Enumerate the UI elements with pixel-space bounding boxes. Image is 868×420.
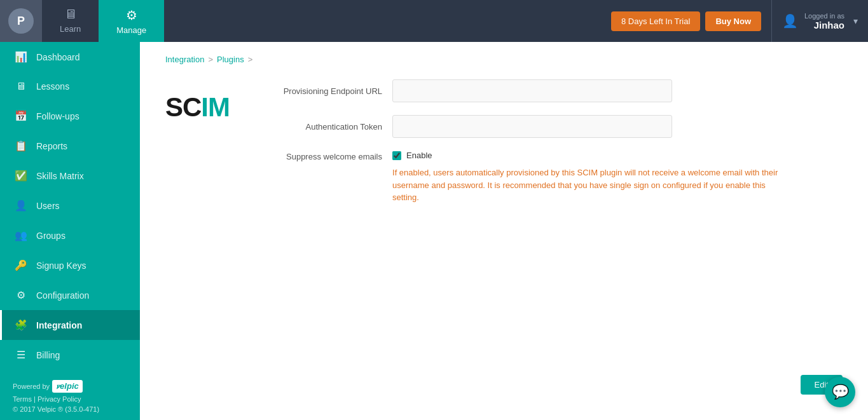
breadcrumb-sep-1: >: [208, 55, 213, 64]
top-nav-items: 🖥 Learn ⚙ Manage: [42, 0, 164, 42]
nav-learn[interactable]: 🖥 Learn: [42, 0, 99, 42]
breadcrumb-sep-2: >: [248, 55, 253, 64]
breadcrumb-integration[interactable]: Integration: [165, 55, 204, 64]
form-row-suppress-emails: Suppress welcome emails Enable If enable…: [268, 151, 843, 204]
breadcrumb: Integration > Plugins >: [165, 55, 843, 64]
sidebar: 📊 Dashboard 🖥 Lessons 📅 Follow-ups 📋 Rep…: [0, 42, 140, 420]
scim-form: Provisioning Endpoint URL Authentication…: [268, 79, 843, 214]
copyright: © 2017 Velpic ® (3.5.0-471): [13, 405, 127, 413]
sidebar-footer: Powered by 𝒗elpic Terms | Privacy Policy…: [0, 370, 140, 420]
logged-in-as-label: Logged in as: [804, 12, 844, 20]
learn-label: Learn: [60, 24, 81, 34]
sidebar-item-lessons[interactable]: 🖥 Lessons: [0, 72, 140, 101]
sidebar-label-configuration: Configuration: [36, 290, 89, 301]
auth-token-label: Authentication Token: [268, 122, 382, 132]
trial-section: 8 Days Left In Trial Buy Now: [611, 11, 761, 31]
sidebar-item-skills-matrix[interactable]: ✅ Skills Matrix: [0, 161, 140, 191]
privacy-link[interactable]: Privacy Policy: [38, 395, 81, 403]
logo-letter: P: [17, 15, 25, 28]
form-row-auth-token: Authentication Token: [268, 115, 843, 138]
provisioning-url-input[interactable]: [392, 79, 672, 102]
reports-icon: 📋: [15, 140, 27, 152]
enable-label: Enable: [406, 151, 432, 160]
sidebar-item-billing[interactable]: ☰ Billing: [0, 340, 140, 370]
sidebar-label-groups: Groups: [36, 231, 65, 241]
logo-circle: P: [8, 8, 34, 34]
followups-icon: 📅: [15, 110, 27, 122]
enable-checkbox[interactable]: [392, 151, 401, 160]
helper-text: If enabled, users automatically provisio…: [392, 166, 787, 204]
top-nav: P 🖥 Learn ⚙ Manage 8 Days Left In Trial …: [0, 0, 868, 42]
billing-icon: ☰: [15, 349, 27, 361]
form-row-provisioning: Provisioning Endpoint URL: [268, 79, 843, 102]
dashboard-icon: 📊: [15, 51, 27, 63]
suppress-emails-label: Suppress welcome emails: [268, 151, 382, 161]
content-area: Integration > Plugins > SCIM Provisionin…: [140, 42, 868, 420]
manage-label: Manage: [116, 25, 146, 35]
velpic-logo: 𝒗elpic: [52, 380, 83, 393]
sidebar-label-reports: Reports: [36, 141, 67, 151]
main-layout: 📊 Dashboard 🖥 Lessons 📅 Follow-ups 📋 Rep…: [0, 42, 868, 420]
sidebar-label-signup-keys: Signup Keys: [36, 261, 86, 271]
configuration-icon: ⚙: [15, 289, 27, 301]
sidebar-label-users: Users: [36, 201, 60, 211]
sidebar-label-skills-matrix: Skills Matrix: [36, 171, 84, 181]
enable-checkbox-row: Enable: [392, 151, 787, 160]
user-icon: 👤: [782, 13, 798, 29]
scim-logo-im: IM: [201, 92, 230, 122]
gear-icon: ⚙: [126, 8, 137, 23]
sidebar-label-billing: Billing: [36, 350, 60, 360]
sidebar-item-dashboard[interactable]: 📊 Dashboard: [0, 42, 140, 72]
scim-logo: SCIM: [165, 79, 230, 123]
buy-now-button[interactable]: Buy Now: [705, 11, 761, 31]
sidebar-item-integration[interactable]: 🧩 Integration: [0, 310, 140, 340]
scim-content: SCIM Provisioning Endpoint URL Authentic…: [165, 79, 843, 214]
chevron-down-icon: ▾: [853, 16, 858, 26]
monitor-icon: 🖥: [64, 7, 77, 22]
lessons-icon: 🖥: [15, 81, 27, 92]
scim-logo-sc: SC: [165, 92, 201, 122]
signup-keys-icon: 🔑: [15, 259, 27, 271]
user-info: Logged in as Jinhao: [804, 12, 844, 30]
provisioning-url-label: Provisioning Endpoint URL: [268, 86, 382, 96]
nav-manage[interactable]: ⚙ Manage: [99, 0, 164, 42]
terms-link[interactable]: Terms: [13, 395, 32, 403]
sidebar-item-followups[interactable]: 📅 Follow-ups: [0, 101, 140, 131]
skills-matrix-icon: ✅: [15, 170, 27, 182]
sidebar-item-reports[interactable]: 📋 Reports: [0, 131, 140, 161]
chat-widget[interactable]: 💬: [825, 377, 855, 407]
sidebar-label-dashboard: Dashboard: [36, 52, 80, 62]
username-label: Jinhao: [804, 20, 844, 30]
powered-by: Powered by 𝒗elpic: [13, 380, 127, 393]
sidebar-label-integration: Integration: [36, 320, 82, 330]
app-logo: P: [0, 0, 42, 42]
users-icon: 👤: [15, 200, 27, 212]
breadcrumb-plugins[interactable]: Plugins: [217, 55, 244, 64]
integration-icon: 🧩: [15, 319, 27, 331]
sidebar-label-lessons: Lessons: [36, 81, 69, 91]
sidebar-item-configuration[interactable]: ⚙ Configuration: [0, 280, 140, 310]
chat-icon: 💬: [832, 384, 849, 400]
checkbox-content: Enable If enabled, users automatically p…: [392, 151, 787, 204]
footer-links: Terms | Privacy Policy: [13, 395, 127, 403]
groups-icon: 👥: [15, 229, 27, 241]
trial-button[interactable]: 8 Days Left In Trial: [611, 11, 700, 31]
sidebar-item-signup-keys[interactable]: 🔑 Signup Keys: [0, 250, 140, 280]
sidebar-item-groups[interactable]: 👥 Groups: [0, 220, 140, 250]
sidebar-label-followups: Follow-ups: [36, 111, 79, 121]
auth-token-input[interactable]: [392, 115, 672, 138]
user-section[interactable]: 👤 Logged in as Jinhao ▾: [771, 0, 868, 42]
sidebar-item-users[interactable]: 👤 Users: [0, 191, 140, 220]
